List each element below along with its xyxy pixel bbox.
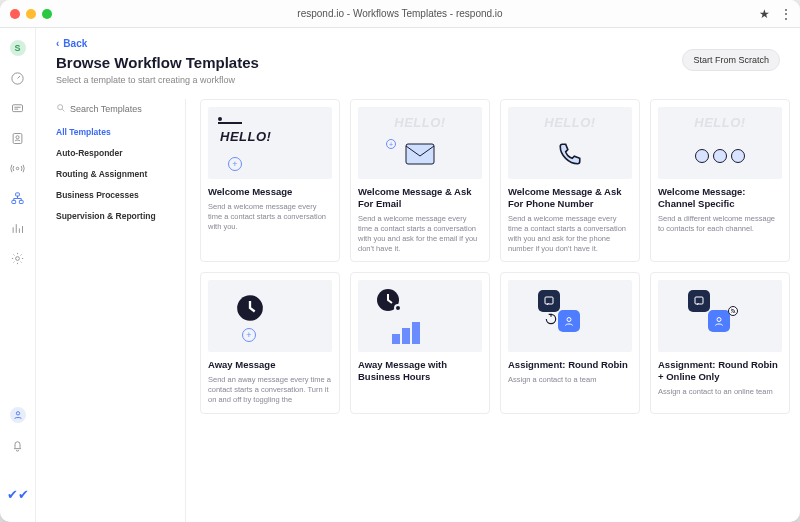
svg-point-8 [16,256,20,260]
svg-rect-5 [16,192,20,195]
user-avatar[interactable] [10,407,26,423]
kebab-menu-icon[interactable]: ⋮ [780,7,792,21]
template-title: Assignment: Round Robin [508,359,632,371]
template-desc: Send a welcome message every time a cont… [358,214,482,255]
template-desc: Send an away message every time a contac… [208,375,332,405]
contacts-icon[interactable] [10,130,26,146]
svg-rect-7 [19,200,23,203]
template-card[interactable]: +Away MessageSend an away message every … [200,272,340,413]
back-label: Back [63,38,87,49]
category-item[interactable]: Supervision & Reporting [56,211,173,221]
window-title: respond.io - Workflows Templates - respo… [0,8,800,19]
template-desc: Send a welcome message every time a cont… [208,202,332,232]
svg-rect-19 [695,297,703,304]
respond-logo-icon: ✔✔ [7,487,29,502]
reports-icon[interactable] [10,220,26,236]
search-field[interactable] [56,99,173,125]
template-title: Away Message with Business Hours [358,359,482,383]
nav-rail: S ✔✔ [0,28,36,522]
search-icon [56,103,66,115]
workspace-avatar[interactable]: S [10,40,26,56]
template-title: Welcome Message & Ask For Email [358,186,482,210]
settings-icon[interactable] [10,250,26,266]
template-title: Assignment: Round Robin + Online Only [658,359,782,383]
svg-point-9 [16,412,19,415]
category-item[interactable]: Routing & Assignment [56,169,173,179]
page-header: ‹ Back Browse Workflow Templates Start F… [36,28,800,93]
svg-rect-16 [412,322,420,344]
template-card[interactable]: Away Message with Business Hours [350,272,490,413]
template-card[interactable]: HELLO!Welcome Message: Channel SpecificS… [650,99,790,262]
search-input[interactable] [70,104,160,114]
chevron-left-icon: ‹ [56,38,59,49]
template-card[interactable]: HELLO!Welcome Message & Ask For Phone Nu… [500,99,640,262]
template-title: Welcome Message & Ask For Phone Number [508,186,632,210]
template-title: Welcome Message [208,186,332,198]
svg-point-10 [58,105,63,110]
template-card[interactable]: Assignment: Round Robin + Online OnlyAss… [650,272,790,413]
template-grid-scroll[interactable]: HELLO!+Welcome MessageSend a welcome mes… [186,99,800,522]
svg-rect-1 [13,104,23,111]
template-desc: Assign a contact to an online team [658,387,782,397]
template-sidebar: All TemplatesAuto-ResponderRouting & Ass… [56,99,186,522]
start-from-scratch-button[interactable]: Start From Scratch [682,49,780,71]
svg-rect-14 [392,334,400,344]
template-desc: Send a welcome message every time a cont… [508,214,632,255]
template-card[interactable]: HELLO!+Welcome Message & Ask For EmailSe… [350,99,490,262]
template-desc: Send a different welcome message to cont… [658,214,782,234]
titlebar: respond.io - Workflows Templates - respo… [0,0,800,28]
back-link[interactable]: ‹ Back [56,38,780,49]
template-title: Welcome Message: Channel Specific [658,186,782,210]
template-title: Away Message [208,359,332,371]
svg-rect-15 [402,328,410,344]
svg-point-20 [717,318,721,322]
dashboard-icon[interactable] [10,70,26,86]
category-item[interactable]: All Templates [56,127,173,137]
svg-point-3 [16,135,19,138]
page-subtitle: Select a template to start creating a wo… [56,75,780,85]
template-desc: Assign a contact to a team [508,375,632,385]
extension-icon[interactable]: ★ [759,7,770,21]
notifications-icon[interactable] [10,437,26,453]
category-item[interactable]: Auto-Responder [56,148,173,158]
app-window: respond.io - Workflows Templates - respo… [0,0,800,522]
svg-rect-6 [12,200,16,203]
svg-point-4 [16,167,19,170]
svg-point-18 [567,318,571,322]
svg-rect-17 [545,297,553,304]
messages-icon[interactable] [10,100,26,116]
template-card[interactable]: Assignment: Round RobinAssign a contact … [500,272,640,413]
workflows-icon[interactable] [10,190,26,206]
template-card[interactable]: HELLO!+Welcome MessageSend a welcome mes… [200,99,340,262]
broadcast-icon[interactable] [10,160,26,176]
category-item[interactable]: Business Processes [56,190,173,200]
svg-rect-11 [406,144,434,164]
page-title: Browse Workflow Templates [56,54,682,71]
